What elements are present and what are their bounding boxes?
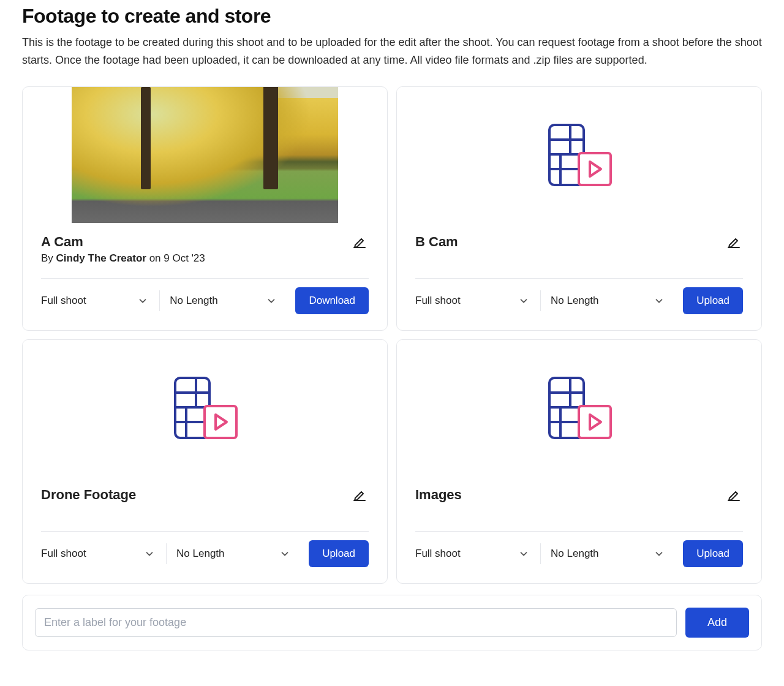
- shoot-scope-select[interactable]: Full shoot: [41, 290, 157, 312]
- shoot-scope-value: Full shoot: [415, 295, 461, 307]
- chevron-down-icon: [654, 295, 665, 306]
- chevron-down-icon: [266, 295, 277, 306]
- footage-thumbnail-placeholder: [397, 87, 761, 223]
- chevron-down-icon: [654, 548, 665, 559]
- divider: [415, 531, 743, 532]
- length-select[interactable]: No Length: [551, 290, 673, 312]
- svg-rect-20: [579, 406, 611, 438]
- creator-name: Cindy The Creator: [56, 252, 146, 264]
- chevron-down-icon: [518, 548, 529, 559]
- add-footage-bar: Add: [22, 595, 762, 650]
- footage-card-a-cam: A Cam By Cindy The Creator on 9 Oct '23 …: [22, 86, 388, 331]
- divider: [41, 531, 369, 532]
- edit-icon[interactable]: [725, 487, 743, 504]
- card-title: A Cam: [41, 234, 205, 250]
- footage-card-images: Images Full shoot No Length: [396, 339, 762, 584]
- shoot-scope-select[interactable]: Full shoot: [415, 543, 538, 565]
- chevron-down-icon: [144, 548, 155, 559]
- card-title: B Cam: [415, 234, 458, 250]
- card-byline: By Cindy The Creator on 9 Oct '23: [41, 252, 205, 265]
- card-title: Images: [415, 487, 462, 503]
- shoot-scope-value: Full shoot: [41, 548, 86, 560]
- upload-button[interactable]: Upload: [309, 540, 369, 567]
- shoot-scope-select[interactable]: Full shoot: [41, 543, 164, 565]
- footage-grid: A Cam By Cindy The Creator on 9 Oct '23 …: [22, 86, 762, 584]
- edit-icon[interactable]: [350, 234, 369, 251]
- upload-button[interactable]: Upload: [683, 287, 743, 314]
- edit-icon[interactable]: [350, 487, 369, 504]
- upload-button[interactable]: Upload: [683, 540, 743, 567]
- footage-label-input[interactable]: [35, 608, 677, 637]
- length-select[interactable]: No Length: [170, 290, 285, 312]
- length-value: No Length: [551, 548, 598, 560]
- length-value: No Length: [170, 295, 217, 307]
- edit-icon[interactable]: [725, 234, 743, 251]
- footage-thumbnail-placeholder: [397, 340, 761, 476]
- film-play-icon: [172, 374, 239, 442]
- film-play-icon: [546, 121, 613, 189]
- add-button[interactable]: Add: [685, 608, 749, 638]
- shoot-scope-value: Full shoot: [41, 295, 86, 307]
- card-title: Drone Footage: [41, 487, 136, 503]
- svg-rect-13: [205, 406, 236, 438]
- page-title: Footage to create and store: [22, 5, 762, 28]
- footage-card-drone-footage: Drone Footage Full shoot No Length: [22, 339, 388, 584]
- date-prefix: on: [146, 252, 164, 264]
- chevron-down-icon: [279, 548, 290, 559]
- footage-thumbnail-placeholder: [23, 340, 387, 476]
- vertical-separator: [540, 290, 541, 311]
- chevron-down-icon: [518, 295, 529, 306]
- divider: [415, 278, 743, 279]
- footage-thumbnail-image: [72, 87, 338, 223]
- download-button[interactable]: Download: [295, 287, 369, 314]
- chevron-down-icon: [137, 295, 148, 306]
- by-prefix: By: [41, 252, 56, 264]
- length-value: No Length: [551, 295, 598, 307]
- length-value: No Length: [176, 548, 224, 560]
- vertical-separator: [166, 543, 167, 564]
- vertical-separator: [159, 290, 160, 311]
- divider: [41, 278, 369, 279]
- footage-card-b-cam: B Cam Full shoot No Length: [396, 86, 762, 331]
- film-play-icon: [546, 374, 613, 442]
- shoot-scope-value: Full shoot: [415, 548, 461, 560]
- shoot-scope-select[interactable]: Full shoot: [415, 290, 538, 312]
- page-description: This is the footage to be created during…: [22, 34, 762, 69]
- length-select[interactable]: No Length: [551, 543, 673, 565]
- upload-date: 9 Oct '23: [164, 252, 205, 264]
- length-select[interactable]: No Length: [176, 543, 299, 565]
- svg-rect-6: [579, 153, 611, 185]
- vertical-separator: [540, 543, 541, 564]
